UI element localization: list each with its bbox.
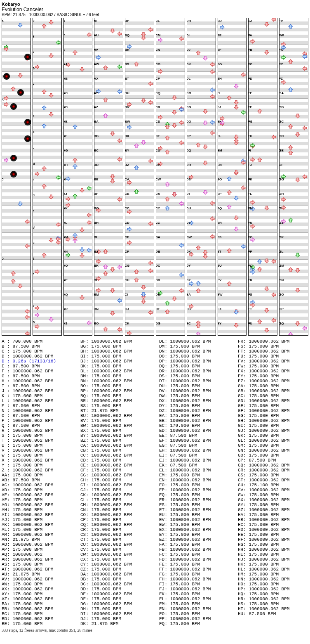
- step-arrow: [195, 245, 201, 251]
- step-arrow: [226, 281, 232, 286]
- step-arrow: [164, 135, 170, 141]
- step-arrow: [48, 317, 54, 322]
- step-arrow: [157, 161, 163, 167]
- step-arrow: [178, 272, 184, 278]
- step-arrow: [134, 189, 139, 194]
- step-arrow: [171, 109, 177, 115]
- step-arrow: [96, 54, 101, 60]
- step-column: EDEEEFEGEHEIEJEKELEMENEOEPEQERESETEUEVEW…: [218, 18, 247, 336]
- mine: [17, 89, 23, 95]
- step-arrow: [79, 227, 85, 233]
- step-arrow: [34, 305, 40, 311]
- step-arrow: [264, 21, 270, 27]
- mine: [10, 103, 16, 109]
- footer-stats: 333 steps, 12 freeze arrows, max combo 3…: [2, 628, 308, 632]
- step-arrow: [48, 92, 54, 98]
- step-arrow: [271, 317, 277, 323]
- step-arrow: [34, 269, 40, 275]
- step-arrow: [127, 180, 132, 185]
- step-column: BPBQBRBSBTBUBVBWBXBYBZCACBCCCDCECFCGCHCI…: [125, 18, 154, 336]
- step-arrow: [148, 260, 153, 266]
- step-arrow: [202, 120, 208, 126]
- step-column: FVFWFXFYFZGAGBGCGDGEGFGGGHGIGJGKGLGMGNGO…: [279, 18, 308, 336]
- step-arrow: [195, 288, 201, 294]
- step-arrow: [79, 247, 85, 253]
- step-arrow: [10, 86, 16, 92]
- step-arrow: [233, 195, 239, 201]
- step-arrow: [48, 194, 54, 200]
- step-arrow: [110, 178, 115, 184]
- step-arrow: [148, 158, 153, 164]
- step-arrow: [250, 237, 256, 243]
- step-arrow: [34, 312, 40, 318]
- step-arrow: [233, 215, 239, 221]
- step-arrow: [134, 165, 139, 170]
- step-arrow: [271, 292, 277, 298]
- step-arrow: [226, 248, 232, 253]
- step-arrow: [240, 185, 246, 191]
- step-arrow: [264, 327, 270, 333]
- step-arrow: [127, 226, 132, 232]
- step-arrow: [233, 322, 239, 328]
- step-arrow: [34, 64, 40, 70]
- step-arrow: [41, 166, 47, 171]
- step-arrow: [188, 251, 194, 257]
- artist: Kobaryo: [2, 2, 308, 7]
- step-arrow: [157, 37, 163, 43]
- step-arrow: [148, 81, 153, 87]
- step-arrow: [72, 163, 78, 169]
- step-arrow: [281, 205, 287, 211]
- step-arrow: [148, 221, 153, 227]
- step-arrow: [257, 157, 263, 163]
- step-arrow: [157, 69, 163, 74]
- step-arrow: [164, 181, 170, 187]
- step-arrow: [188, 174, 194, 180]
- step-arrow: [288, 123, 294, 129]
- song-title: Evolution Canceler: [2, 7, 308, 12]
- step-arrow: [271, 258, 277, 264]
- step-arrow: [257, 108, 263, 114]
- step-arrow: [295, 321, 301, 327]
- step-arrow: [96, 287, 101, 293]
- step-arrow: [157, 114, 163, 120]
- step-arrow: [117, 264, 122, 270]
- step-arrow: [157, 145, 163, 151]
- step-arrow: [202, 55, 208, 61]
- step-arrow: [219, 120, 225, 125]
- step-arrow: [209, 216, 215, 222]
- step-arrow: [3, 46, 9, 52]
- step-arrow: [281, 79, 287, 85]
- step-arrow: [164, 149, 170, 155]
- step-arrow: [134, 61, 139, 67]
- step-arrow: [96, 207, 101, 213]
- step-arrow: [117, 197, 122, 202]
- step-arrow: [171, 192, 177, 197]
- step-arrow: [188, 281, 194, 286]
- step-arrow: [148, 310, 153, 315]
- step-arrow: [141, 140, 146, 145]
- step-arrow: [226, 176, 232, 182]
- step-arrow: [79, 187, 85, 193]
- step-arrow: [134, 269, 139, 275]
- step-arrow: [202, 249, 208, 255]
- step-arrow: [103, 65, 108, 71]
- step-arrow: [134, 143, 139, 149]
- step-arrow: [134, 277, 139, 283]
- step-arrow: [288, 150, 294, 156]
- mine: [10, 171, 16, 177]
- step-arrow: [55, 175, 61, 180]
- step-arrow: [141, 284, 146, 290]
- step-arrow: [233, 104, 239, 110]
- step-arrow: [240, 72, 246, 78]
- step-arrow: [195, 323, 201, 329]
- step-arrow: [86, 32, 92, 38]
- step-arrow: [96, 276, 101, 282]
- step-arrow: [10, 278, 16, 284]
- step-arrow: [302, 66, 308, 71]
- step-arrow: [178, 242, 184, 248]
- step-arrow: [302, 125, 308, 131]
- step-arrow: [271, 18, 277, 22]
- step-arrow: [24, 219, 30, 225]
- step-arrow: [171, 296, 177, 302]
- step-arrow: [3, 95, 9, 101]
